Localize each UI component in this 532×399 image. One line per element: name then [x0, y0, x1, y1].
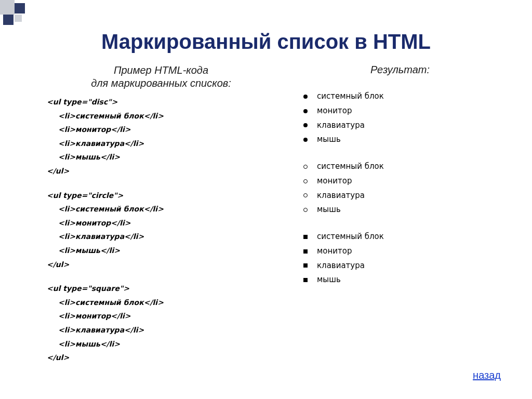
list-item-label: клавиатура — [317, 259, 365, 273]
back-link[interactable]: назад — [473, 369, 501, 381]
deco-square — [3, 15, 14, 25]
list-item-label: клавиатура — [317, 189, 365, 203]
corner-decoration — [0, 0, 31, 26]
code-heading-line1: Пример HTML-кода — [114, 64, 208, 76]
code-line: <li>монитор</li> — [58, 309, 275, 323]
page-title: Маркированный список в HTML — [0, 0, 532, 54]
code-block-disc: <ul type="disc"> <li>системный блок</li>… — [47, 95, 275, 178]
bullet-circle-icon — [303, 193, 308, 197]
code-line: <li>клавиатура</li> — [58, 323, 275, 337]
list-item: монитор — [303, 104, 509, 118]
deco-square — [0, 0, 15, 15]
list-item: монитор — [303, 174, 509, 189]
code-line: <li>мышь</li> — [58, 244, 275, 258]
bullet-circle-icon — [303, 165, 308, 169]
bullet-square-icon — [303, 235, 308, 239]
list-item: мышь — [303, 203, 509, 217]
code-line: </ul> — [47, 351, 275, 365]
bullet-disc-icon — [303, 109, 308, 113]
code-block-circle: <ul type="circle"> <li>системный блок</l… — [47, 189, 275, 272]
list-item: мышь — [303, 132, 509, 147]
list-item: клавиатура — [303, 118, 509, 133]
list-item: клавиатура — [303, 259, 509, 273]
list-item-label: системный блок — [317, 89, 384, 104]
list-item-label: мышь — [317, 273, 341, 287]
bullet-disc-icon — [303, 138, 308, 142]
list-item: мышь — [303, 273, 509, 287]
code-line: <li>мышь</li> — [58, 337, 275, 351]
bullet-circle-icon — [303, 208, 308, 212]
code-heading-line2: для маркированных списков: — [91, 77, 231, 89]
result-list-disc: системный блок монитор клавиатура мышь — [303, 89, 509, 147]
code-line: <li>мышь</li> — [58, 150, 275, 164]
list-item-label: монитор — [317, 104, 352, 118]
bullet-square-icon — [303, 263, 308, 268]
bullet-square-icon — [303, 278, 308, 282]
column-code: Пример HTML-кода для маркированных списк… — [47, 64, 275, 375]
result-list-circle: системный блок монитор клавиатура мышь — [303, 159, 509, 217]
list-item-label: мышь — [317, 132, 341, 147]
code-line: </ul> — [47, 258, 275, 272]
list-item-label: мышь — [317, 203, 341, 217]
list-item: системный блок — [303, 230, 509, 244]
list-item: клавиатура — [303, 189, 509, 203]
bullet-square-icon — [303, 249, 308, 254]
list-item: системный блок — [303, 89, 509, 104]
deco-square — [15, 3, 25, 14]
code-line: <li>монитор</li> — [58, 216, 275, 230]
code-line: <li>клавиатура</li> — [58, 137, 275, 151]
slide: Маркированный список в HTML Пример HTML-… — [0, 0, 532, 399]
content-area: Пример HTML-кода для маркированных списк… — [0, 54, 532, 375]
list-item-label: монитор — [317, 244, 352, 259]
deco-square — [15, 15, 22, 22]
code-block-square: <ul type="square"> <li>системный блок</l… — [47, 282, 275, 365]
code-line: <li>системный блок</li> — [58, 202, 275, 216]
code-line: <ul type="disc"> — [47, 95, 275, 109]
result-heading: Результат: — [291, 64, 509, 76]
list-item: монитор — [303, 244, 509, 259]
bullet-disc-icon — [303, 95, 308, 99]
code-heading: Пример HTML-кода для маркированных списк… — [47, 64, 275, 90]
result-list-square: системный блок монитор клавиатура мышь — [303, 230, 509, 287]
code-line: <li>монитор</li> — [58, 123, 275, 137]
code-line: <li>системный блок</li> — [58, 296, 275, 310]
list-item: системный блок — [303, 159, 509, 174]
code-line: <ul type="square"> — [47, 282, 275, 296]
code-line: </ul> — [47, 164, 275, 178]
list-item-label: системный блок — [317, 230, 384, 244]
list-item-label: системный блок — [317, 159, 384, 174]
column-result: Результат: системный блок монитор клавиа… — [275, 64, 509, 375]
code-line: <li>системный блок</li> — [58, 109, 275, 123]
code-line: <li>клавиатура</li> — [58, 230, 275, 244]
code-line: <ul type="circle"> — [47, 189, 275, 203]
bullet-disc-icon — [303, 123, 308, 127]
list-item-label: клавиатура — [317, 118, 365, 133]
list-item-label: монитор — [317, 174, 352, 189]
bullet-circle-icon — [303, 179, 308, 183]
